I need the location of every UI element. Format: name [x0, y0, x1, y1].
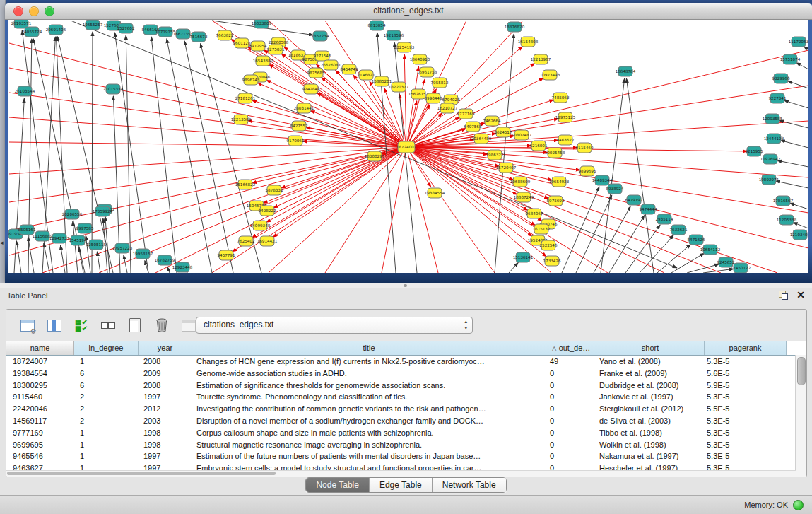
network-node[interactable]: 20691406: [46, 25, 66, 35]
network-node[interactable]: 6216001: [530, 141, 548, 151]
network-node[interactable]: 8454749: [341, 64, 358, 74]
network-node[interactable]: 12093585: [763, 114, 783, 124]
table-row[interactable]: 977716911998Corpus callosum shape and si…: [6, 427, 806, 439]
network-node[interactable]: 9498222: [259, 206, 276, 216]
network-node[interactable]: 17957223: [112, 243, 133, 253]
network-node[interactable]: 7625402: [237, 236, 255, 246]
network-node[interactable]: 10654112: [700, 245, 720, 255]
network-node[interactable]: 10655257: [83, 20, 103, 30]
close-panel-icon[interactable]: ✕: [796, 291, 805, 300]
import-table-icon[interactable]: [180, 317, 197, 334]
tab-network-table[interactable]: Network Table: [433, 478, 506, 492]
network-node[interactable]: 8427552: [290, 121, 308, 131]
panel-splitter[interactable]: [0, 283, 812, 288]
horizontal-scrollbar[interactable]: [6, 470, 796, 477]
column-header-out_de[interactable]: △out_de…: [546, 341, 596, 355]
network-node[interactable]: 8471626: [688, 235, 705, 245]
network-node[interactable]: 19958167: [133, 249, 153, 259]
table-row[interactable]: 969969511998Structural magnetic resonanc…: [6, 439, 806, 451]
network-node[interactable]: 20364486: [471, 134, 492, 144]
network-node[interactable]: 7663822: [216, 30, 234, 40]
network-node[interactable]: 19654923: [549, 177, 570, 187]
network-node[interactable]: 9875685: [307, 68, 325, 78]
network-node[interactable]: 17016567: [773, 196, 794, 206]
network-node[interactable]: 1545194: [69, 235, 87, 245]
network-node[interactable]: 1733426: [543, 256, 561, 266]
show-hide-columns-icon[interactable]: [46, 317, 63, 334]
network-node[interactable]: 9329966: [772, 74, 790, 83]
table-row[interactable]: 946554611997Estimation of the future num…: [6, 450, 806, 462]
network-node[interactable]: 12975125: [555, 112, 576, 122]
column-header-name[interactable]: name: [6, 341, 74, 355]
network-node[interactable]: 11205338: [777, 215, 797, 225]
hscroll-thumb[interactable]: [7, 472, 276, 475]
network-node[interactable]: 8505161: [18, 225, 36, 235]
network-node[interactable]: 18807249: [514, 192, 534, 202]
network-node[interactable]: 9896743: [242, 75, 260, 85]
network-node[interactable]: 19218596: [384, 30, 404, 40]
network-node[interactable]: 11172063: [789, 37, 808, 47]
tab-node-table[interactable]: Node Table: [306, 478, 370, 492]
network-node[interactable]: 12923448: [172, 262, 193, 272]
network-node[interactable]: 10926942: [760, 154, 780, 164]
network-node[interactable]: 7632621: [670, 225, 688, 235]
network-node[interactable]: 9463627: [557, 135, 575, 145]
network-node[interactable]: 23254193: [394, 42, 415, 52]
table-options-icon[interactable]: ⚙: [19, 317, 36, 334]
network-node[interactable]: 9242848: [302, 84, 320, 94]
network-node[interactable]: 10688609: [510, 177, 531, 187]
network-node[interactable]: 12213589: [231, 115, 252, 124]
network-node[interactable]: 18640910: [410, 54, 430, 64]
network-node[interactable]: 9271546: [314, 51, 331, 61]
table-row[interactable]: 1938455462009Genome-wide association stu…: [6, 368, 806, 380]
network-node[interactable]: 14099348: [250, 221, 271, 230]
network-node[interactable]: 12103404: [790, 230, 808, 240]
network-node[interactable]: 20206556: [62, 209, 83, 219]
table-row[interactable]: 1456911722003Disruption of a novel membe…: [6, 415, 806, 427]
network-node[interactable]: 5878331: [266, 185, 283, 195]
vertical-scrollbar[interactable]: [795, 355, 806, 477]
table-row[interactable]: 1872400712008Changes of HCN gene express…: [6, 356, 806, 368]
network-node[interactable]: 16914421: [257, 236, 278, 246]
network-node[interactable]: 5975692: [547, 196, 565, 206]
network-node[interactable]: 18220377: [389, 82, 409, 92]
network-node[interactable]: 2935114: [656, 214, 673, 224]
network-node[interactable]: 9215955: [746, 146, 763, 156]
unselect-all-rows-icon[interactable]: [100, 317, 117, 334]
network-node[interactable]: 26103544: [15, 86, 35, 96]
network-node[interactable]: 15136141: [513, 252, 534, 262]
network-node[interactable]: 15166822: [235, 180, 255, 189]
minimize-window-icon[interactable]: [29, 6, 39, 16]
table-row[interactable]: 2242004622012Investigating the contribut…: [6, 403, 806, 415]
network-node[interactable]: 16782759: [155, 255, 175, 265]
network-node[interactable]: 7857234: [312, 31, 329, 41]
network-node[interactable]: 9275031: [267, 45, 285, 54]
network-window[interactable]: citations_edges.txt 18724007261035712405…: [5, 3, 812, 283]
new-table-icon[interactable]: [126, 317, 143, 334]
network-node[interactable]: 7986322: [486, 150, 504, 160]
zoom-window-icon[interactable]: [45, 6, 54, 16]
network-node[interactable]: 9601128: [233, 38, 251, 48]
network-node[interactable]: 12450122: [731, 263, 751, 273]
network-node[interactable]: 12505115: [86, 240, 107, 250]
vscroll-thumb[interactable]: [797, 357, 806, 385]
network-window-titlebar[interactable]: citations_edges.txt: [5, 3, 812, 20]
network-node[interactable]: 2522546: [540, 240, 558, 250]
network-node[interactable]: 21015334: [103, 84, 124, 94]
network-node[interactable]: 15751074: [780, 54, 801, 64]
network-node[interactable]: 1527602: [117, 23, 135, 33]
network-node[interactable]: 1615132: [533, 224, 551, 234]
column-header-in_degree[interactable]: in_degree: [74, 341, 139, 355]
network-node[interactable]: 19384554: [425, 188, 445, 198]
tab-edge-table[interactable]: Edge Table: [370, 478, 433, 492]
network-node[interactable]: 9170061: [287, 136, 305, 146]
network-node[interactable]: 8912954: [249, 41, 267, 51]
close-window-icon[interactable]: [13, 6, 23, 16]
network-node[interactable]: 16648784: [616, 66, 636, 76]
network-node[interactable]: 9899695: [579, 166, 596, 176]
network-node[interactable]: 16961758: [417, 67, 437, 77]
network-node[interactable]: 8990448: [425, 93, 442, 103]
table-row[interactable]: 1830029562008Estimation of significance …: [6, 380, 806, 392]
select-all-rows-icon[interactable]: ▦✔▦✔: [73, 317, 90, 334]
network-node[interactable]: 7462664: [483, 116, 501, 126]
